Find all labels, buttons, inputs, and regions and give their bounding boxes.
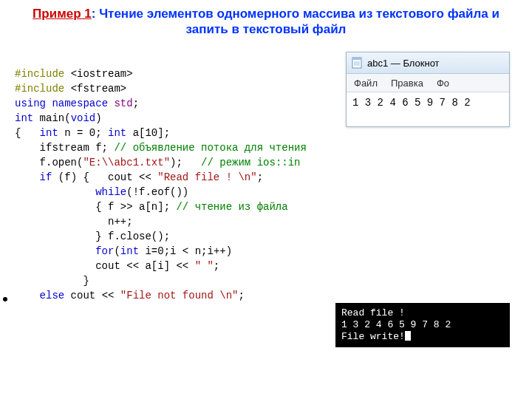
- notepad-icon: [351, 57, 363, 69]
- notepad-window: abc1 — Блокнот Файл Правка Фо 1 3 2 4 6 …: [346, 52, 510, 127]
- svg-rect-1: [352, 58, 361, 60]
- notepad-menu-file[interactable]: Файл: [354, 78, 378, 89]
- console-line1: Read file !: [341, 307, 405, 318]
- console-line3: File write!: [341, 331, 405, 342]
- notepad-menu-edit[interactable]: Правка: [391, 78, 423, 89]
- console-cursor: [405, 331, 411, 341]
- notepad-titlebar: abc1 — Блокнот: [347, 52, 509, 74]
- notepad-content[interactable]: 1 3 2 4 6 5 9 7 8 2: [347, 92, 509, 126]
- console-output: Read file ! 1 3 2 4 6 5 9 7 8 2 File wri…: [335, 303, 510, 347]
- slide-title: Пример 1: Чтение элементов одномерного м…: [0, 0, 532, 41]
- console-line2: 1 3 2 4 6 5 9 7 8 2: [341, 319, 451, 330]
- title-text: Чтение элементов одномерного массива из …: [99, 7, 499, 36]
- title-prefix: Пример 1: [33, 7, 92, 21]
- notepad-menu-more[interactable]: Фо: [437, 78, 449, 89]
- notepad-title-text: abc1 — Блокнот: [367, 58, 440, 69]
- bullet-dot: [3, 297, 7, 301]
- notepad-menubar: Файл Правка Фо: [347, 74, 509, 92]
- title-sep: :: [92, 7, 99, 21]
- code-block: #include <iostream> #include <fstream> u…: [15, 52, 307, 303]
